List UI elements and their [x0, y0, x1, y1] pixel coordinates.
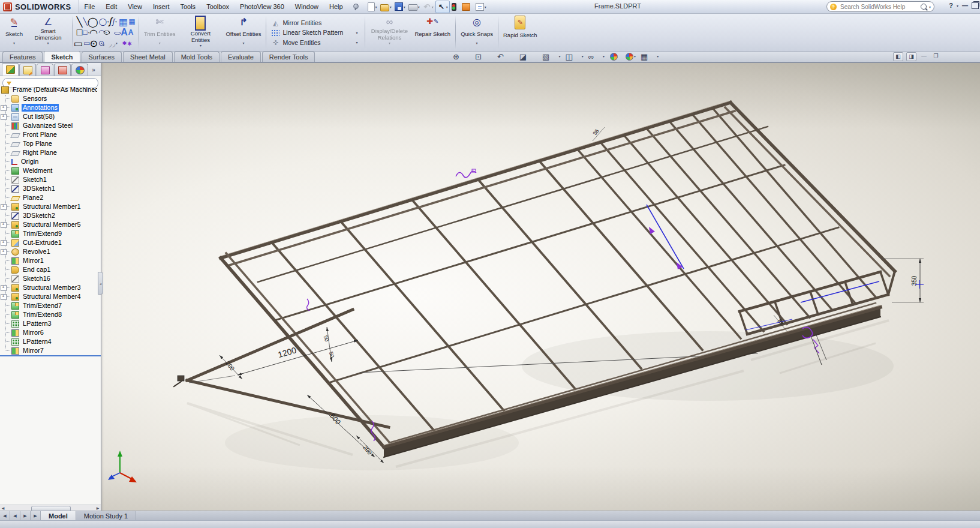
expand-icon[interactable]	[1, 249, 7, 255]
tree-item-3dsketch1[interactable]: 3DSketch1	[0, 184, 97, 193]
menu-item[interactable]: File	[79, 0, 101, 13]
tree-item-trim-extend9[interactable]: Trim/Extend9	[0, 229, 97, 238]
rapid-sketch-button[interactable]: ✎ Rapid Sketch	[500, 14, 540, 51]
tab-render-tools[interactable]: Render Tools	[262, 52, 315, 62]
minimize-doc-icon[interactable]: —	[919, 52, 928, 60]
apply-scene-icon[interactable]: ▾	[625, 53, 636, 61]
tab-sketch[interactable]: Sketch	[44, 51, 80, 62]
menu-item[interactable]: Toolbox	[201, 0, 235, 13]
pin-icon[interactable]	[352, 3, 359, 10]
tree-item-lpattern3[interactable]: LPattern3	[0, 319, 97, 328]
tree-item-structural-member3[interactable]: Structural Member3	[0, 283, 97, 292]
expand-icon[interactable]	[1, 240, 7, 246]
dropdown-caret-icon[interactable]: ▾	[558, 55, 560, 58]
menu-item[interactable]: Help	[324, 0, 348, 13]
options-button[interactable]: ▾	[474, 1, 488, 13]
smart-dimension-button[interactable]: ∠ Smart Dimension ▾	[26, 14, 70, 51]
sketch-fillet-tool[interactable]: ▾	[106, 38, 121, 49]
dropdown-caret-icon[interactable]: ▾	[657, 55, 659, 58]
expand-icon[interactable]	[1, 114, 7, 120]
dropdown-caret-icon[interactable]: ▾	[432, 5, 434, 9]
panel-tabs-overflow[interactable]: »	[89, 64, 98, 76]
help-dropdown-icon[interactable]: ▾	[957, 4, 958, 8]
graphics-area[interactable]: 1200 200 50 50 800 200 350 36	[0, 62, 980, 511]
restore-doc-icon[interactable]: ❐	[931, 52, 940, 60]
dropdown-caret-icon[interactable]: ▾	[116, 41, 118, 45]
panel-splitter[interactable]	[0, 355, 101, 356]
linear-sketch-pattern-button[interactable]: Linear Sketch Pattern ▾	[271, 29, 360, 37]
configurationmanager-tab[interactable]	[37, 64, 53, 76]
tree-item-annotations[interactable]: Annotations	[0, 103, 97, 112]
dimxpertmanager-tab[interactable]	[54, 64, 71, 76]
tree-item-weldment[interactable]: Weldment	[0, 166, 97, 175]
tab-evaluate[interactable]: Evaluate	[221, 52, 261, 62]
zoom-to-fit-icon[interactable]: ⊕ ▾	[453, 53, 470, 61]
tree-item-sketch16[interactable]: Sketch16	[0, 274, 97, 283]
minimize-button[interactable]: —	[962, 2, 968, 9]
dropdown-caret-icon[interactable]: ▾	[242, 41, 244, 45]
dropdown-caret-icon[interactable]: ▾	[485, 5, 486, 9]
tree-item-structural-member4[interactable]: Structural Member4	[0, 292, 97, 301]
tree-item-mirror7[interactable]: Mirror7	[0, 346, 97, 355]
dropdown-caret-icon[interactable]: ▾	[103, 43, 105, 47]
dimension-50-pair[interactable]: 50 50	[323, 327, 336, 362]
motion-study-tab[interactable]: Motion Study 1	[76, 511, 136, 521]
tree-item-structural-member1[interactable]: Structural Member1	[0, 202, 97, 211]
tab-nav-button[interactable]: ▶	[20, 511, 31, 521]
display-style-icon[interactable]: ◫ ▾	[565, 53, 583, 61]
dropdown-caret-icon[interactable]: ▾	[115, 20, 117, 23]
rebuild-button[interactable]: ▾	[450, 1, 460, 13]
tree-item-galvanized-steel[interactable]: Galvanized Steel	[0, 121, 97, 130]
quick-snaps-button[interactable]: ◎ Quick Snaps ▾	[458, 14, 496, 51]
menu-item[interactable]: View	[122, 0, 148, 13]
circle-tool[interactable]: ▾	[91, 16, 106, 27]
tree-item-origin[interactable]: Origin	[0, 157, 97, 166]
dropdown-caret-icon[interactable]: ▾	[476, 41, 478, 45]
search-dropdown-icon[interactable]: ▾	[929, 5, 931, 9]
menu-item[interactable]: Insert	[148, 0, 175, 13]
menu-item[interactable]: Tools	[175, 0, 201, 13]
search-input[interactable]	[839, 3, 918, 11]
dropdown-caret-icon[interactable]: ▾	[446, 5, 448, 9]
tab-features[interactable]: Features	[2, 52, 43, 62]
tree-item-sensors[interactable]: Sensors	[0, 94, 97, 103]
tree-item-3dsketch2[interactable]: 3DSketch2	[0, 211, 97, 220]
tab-surfaces[interactable]: Surfaces	[82, 52, 122, 62]
help-button[interactable]: ?	[949, 2, 953, 9]
tree-item-cut-extrude1[interactable]: Cut-Extrude1	[0, 238, 97, 247]
sketch-pattern-tool[interactable]: ▾	[121, 16, 136, 27]
tree-item-end-cap1[interactable]: End cap1	[0, 265, 97, 274]
tab-mold-tools[interactable]: Mold Tools	[174, 52, 220, 62]
menu-item[interactable]: Window	[290, 0, 324, 13]
tree-item-revolve1[interactable]: Revolve1	[0, 247, 97, 256]
tree-item-sketch1[interactable]: Sketch1	[0, 175, 97, 184]
dropdown-caret-icon[interactable]: ▾	[356, 40, 360, 44]
tab-sheet-metal[interactable]: Sheet Metal	[123, 52, 173, 62]
expand-icon[interactable]	[1, 204, 7, 210]
ellipse-tool[interactable]: ▾	[103, 27, 124, 38]
new-document-button[interactable]: ▾	[366, 1, 378, 13]
dimension-annotations[interactable]: 1200 200 50 50 800 200 350 36	[189, 127, 924, 463]
menu-item[interactable]: Edit	[100, 0, 122, 13]
previous-view-icon[interactable]: ↶ ▾	[497, 53, 515, 61]
view-settings-icon[interactable]: ▦ ▾	[641, 53, 659, 61]
restore-button[interactable]	[972, 2, 979, 9]
tab-nav-button[interactable]: ▶	[31, 511, 41, 521]
slot-tool[interactable]: ▾	[76, 38, 91, 49]
open-button[interactable]: ▾	[379, 1, 393, 13]
dropdown-caret-icon[interactable]: ▾	[200, 44, 202, 47]
file-properties-button[interactable]: ▾	[461, 1, 474, 13]
trim-entities-button[interactable]: ✄ Trim Entities ▾	[141, 14, 178, 51]
save-button[interactable]: ▾	[393, 1, 407, 13]
rectangle-tool[interactable]: ▾	[76, 27, 91, 38]
dropdown-caret-icon[interactable]: ▾	[375, 5, 377, 9]
tree-root-frame[interactable]: Frame (Default<As Machined><	[0, 85, 97, 94]
zoom-to-area-icon[interactable]: ⊡ ▾	[475, 53, 492, 61]
dropdown-caret-icon[interactable]: ▾	[390, 5, 392, 9]
point-tool[interactable]: ▾	[121, 38, 136, 49]
display-delete-relations-button[interactable]: ∞ Display/Delete Relations ▾	[367, 14, 411, 51]
expand-icon[interactable]	[1, 294, 7, 300]
dropdown-caret-icon[interactable]: ▾	[634, 55, 636, 58]
dropdown-caret-icon[interactable]: ▾	[418, 5, 420, 9]
search-icon[interactable]	[921, 4, 927, 10]
